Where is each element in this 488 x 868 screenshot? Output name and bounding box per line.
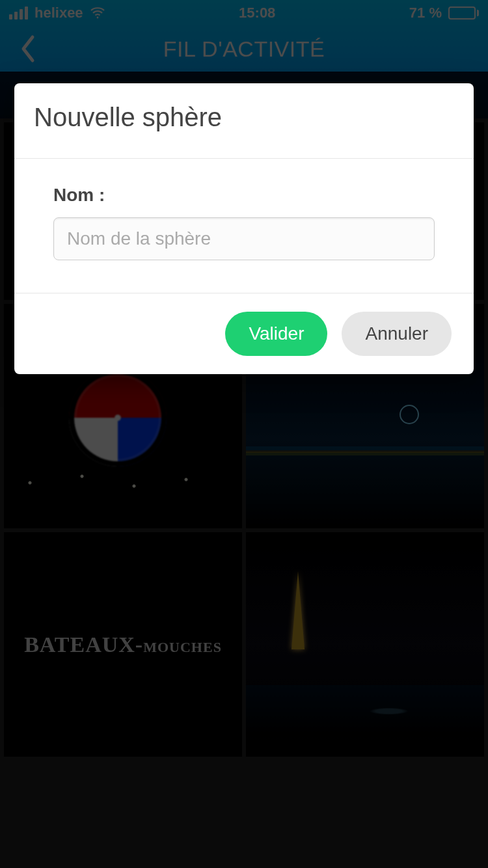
cancel-button[interactable]: Annuler <box>342 312 452 356</box>
new-sphere-dialog: Nouvelle sphère Nom : Valider Annuler <box>14 83 474 374</box>
dialog-body: Nom : <box>14 159 474 293</box>
dialog-footer: Valider Annuler <box>14 293 474 374</box>
name-label: Nom : <box>53 185 435 206</box>
confirm-button[interactable]: Valider <box>225 312 327 356</box>
dialog-header: Nouvelle sphère <box>14 83 474 159</box>
sphere-name-input[interactable] <box>53 217 435 260</box>
dialog-title: Nouvelle sphère <box>34 103 454 132</box>
